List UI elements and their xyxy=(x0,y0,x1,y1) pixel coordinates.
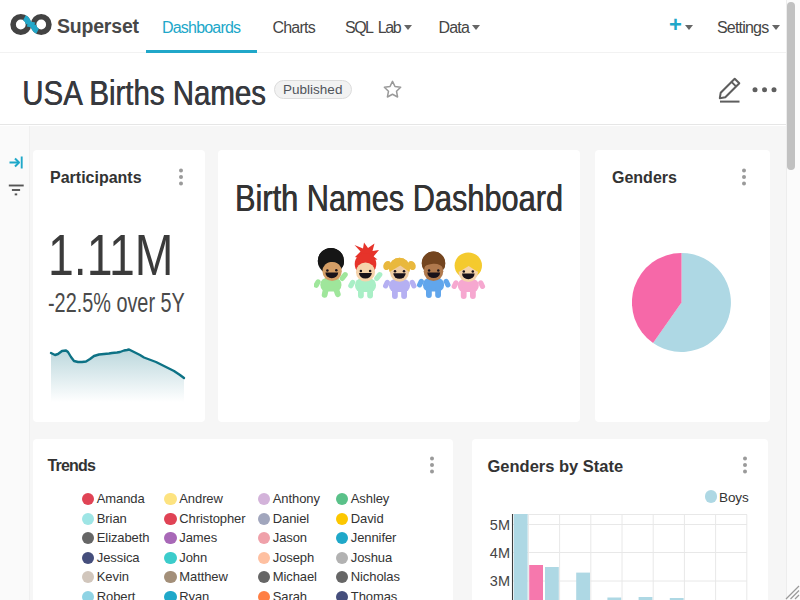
svg-text:5M: 5M xyxy=(490,517,510,533)
svg-text:3M: 3M xyxy=(490,573,510,589)
svg-text:4M: 4M xyxy=(490,545,510,561)
